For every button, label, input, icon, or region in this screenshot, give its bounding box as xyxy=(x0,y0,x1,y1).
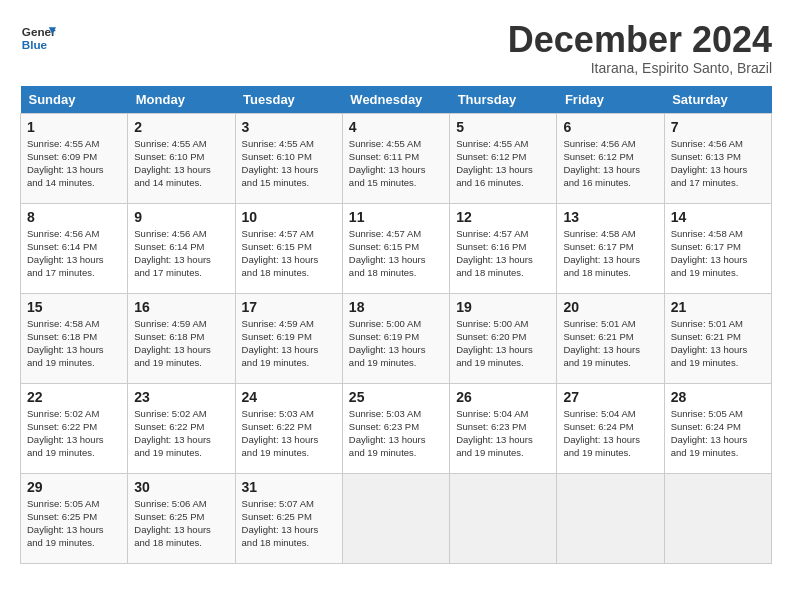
svg-text:Blue: Blue xyxy=(22,38,48,51)
day-number: 20 xyxy=(563,299,657,315)
day-info: Sunrise: 5:01 AM Sunset: 6:21 PM Dayligh… xyxy=(671,317,765,370)
day-number: 21 xyxy=(671,299,765,315)
day-cell: 14Sunrise: 4:58 AM Sunset: 6:17 PM Dayli… xyxy=(664,203,771,293)
day-cell: 22Sunrise: 5:02 AM Sunset: 6:22 PM Dayli… xyxy=(21,383,128,473)
day-cell: 25Sunrise: 5:03 AM Sunset: 6:23 PM Dayli… xyxy=(342,383,449,473)
day-number: 27 xyxy=(563,389,657,405)
day-header-thursday: Thursday xyxy=(450,86,557,114)
week-row-5: 29Sunrise: 5:05 AM Sunset: 6:25 PM Dayli… xyxy=(21,473,772,563)
day-info: Sunrise: 4:59 AM Sunset: 6:18 PM Dayligh… xyxy=(134,317,228,370)
day-number: 7 xyxy=(671,119,765,135)
day-info: Sunrise: 4:55 AM Sunset: 6:12 PM Dayligh… xyxy=(456,137,550,190)
day-number: 12 xyxy=(456,209,550,225)
day-cell: 3Sunrise: 4:55 AM Sunset: 6:10 PM Daylig… xyxy=(235,113,342,203)
day-cell: 9Sunrise: 4:56 AM Sunset: 6:14 PM Daylig… xyxy=(128,203,235,293)
day-header-wednesday: Wednesday xyxy=(342,86,449,114)
day-info: Sunrise: 4:55 AM Sunset: 6:10 PM Dayligh… xyxy=(134,137,228,190)
day-cell: 12Sunrise: 4:57 AM Sunset: 6:16 PM Dayli… xyxy=(450,203,557,293)
calendar-table: SundayMondayTuesdayWednesdayThursdayFrid… xyxy=(20,86,772,564)
day-header-saturday: Saturday xyxy=(664,86,771,114)
day-cell: 27Sunrise: 5:04 AM Sunset: 6:24 PM Dayli… xyxy=(557,383,664,473)
day-number: 14 xyxy=(671,209,765,225)
day-number: 15 xyxy=(27,299,121,315)
day-number: 1 xyxy=(27,119,121,135)
day-number: 17 xyxy=(242,299,336,315)
day-cell: 17Sunrise: 4:59 AM Sunset: 6:19 PM Dayli… xyxy=(235,293,342,383)
day-number: 19 xyxy=(456,299,550,315)
day-info: Sunrise: 5:03 AM Sunset: 6:23 PM Dayligh… xyxy=(349,407,443,460)
week-row-1: 1Sunrise: 4:55 AM Sunset: 6:09 PM Daylig… xyxy=(21,113,772,203)
day-info: Sunrise: 4:57 AM Sunset: 6:16 PM Dayligh… xyxy=(456,227,550,280)
day-header-tuesday: Tuesday xyxy=(235,86,342,114)
day-cell: 29Sunrise: 5:05 AM Sunset: 6:25 PM Dayli… xyxy=(21,473,128,563)
day-number: 5 xyxy=(456,119,550,135)
page-header: General Blue December 2024 Itarana, Espi… xyxy=(20,20,772,76)
day-number: 29 xyxy=(27,479,121,495)
day-number: 31 xyxy=(242,479,336,495)
logo-icon: General Blue xyxy=(20,20,56,56)
day-info: Sunrise: 4:58 AM Sunset: 6:17 PM Dayligh… xyxy=(671,227,765,280)
day-info: Sunrise: 5:02 AM Sunset: 6:22 PM Dayligh… xyxy=(27,407,121,460)
day-header-sunday: Sunday xyxy=(21,86,128,114)
day-number: 11 xyxy=(349,209,443,225)
day-number: 8 xyxy=(27,209,121,225)
day-cell: 10Sunrise: 4:57 AM Sunset: 6:15 PM Dayli… xyxy=(235,203,342,293)
day-info: Sunrise: 4:59 AM Sunset: 6:19 PM Dayligh… xyxy=(242,317,336,370)
day-number: 6 xyxy=(563,119,657,135)
day-info: Sunrise: 5:02 AM Sunset: 6:22 PM Dayligh… xyxy=(134,407,228,460)
day-number: 25 xyxy=(349,389,443,405)
day-info: Sunrise: 5:01 AM Sunset: 6:21 PM Dayligh… xyxy=(563,317,657,370)
day-info: Sunrise: 4:56 AM Sunset: 6:13 PM Dayligh… xyxy=(671,137,765,190)
day-info: Sunrise: 4:55 AM Sunset: 6:10 PM Dayligh… xyxy=(242,137,336,190)
day-number: 24 xyxy=(242,389,336,405)
day-number: 23 xyxy=(134,389,228,405)
day-cell: 19Sunrise: 5:00 AM Sunset: 6:20 PM Dayli… xyxy=(450,293,557,383)
day-cell: 11Sunrise: 4:57 AM Sunset: 6:15 PM Dayli… xyxy=(342,203,449,293)
logo: General Blue xyxy=(20,20,56,56)
day-info: Sunrise: 5:00 AM Sunset: 6:19 PM Dayligh… xyxy=(349,317,443,370)
day-info: Sunrise: 5:04 AM Sunset: 6:24 PM Dayligh… xyxy=(563,407,657,460)
week-row-4: 22Sunrise: 5:02 AM Sunset: 6:22 PM Dayli… xyxy=(21,383,772,473)
day-number: 13 xyxy=(563,209,657,225)
day-cell: 20Sunrise: 5:01 AM Sunset: 6:21 PM Dayli… xyxy=(557,293,664,383)
location: Itarana, Espirito Santo, Brazil xyxy=(508,60,772,76)
day-info: Sunrise: 5:07 AM Sunset: 6:25 PM Dayligh… xyxy=(242,497,336,550)
day-number: 10 xyxy=(242,209,336,225)
day-number: 30 xyxy=(134,479,228,495)
day-number: 22 xyxy=(27,389,121,405)
day-info: Sunrise: 5:03 AM Sunset: 6:22 PM Dayligh… xyxy=(242,407,336,460)
day-cell: 15Sunrise: 4:58 AM Sunset: 6:18 PM Dayli… xyxy=(21,293,128,383)
day-header-friday: Friday xyxy=(557,86,664,114)
day-cell: 6Sunrise: 4:56 AM Sunset: 6:12 PM Daylig… xyxy=(557,113,664,203)
day-info: Sunrise: 4:56 AM Sunset: 6:12 PM Dayligh… xyxy=(563,137,657,190)
day-cell: 26Sunrise: 5:04 AM Sunset: 6:23 PM Dayli… xyxy=(450,383,557,473)
day-cell xyxy=(664,473,771,563)
day-info: Sunrise: 4:57 AM Sunset: 6:15 PM Dayligh… xyxy=(242,227,336,280)
day-number: 28 xyxy=(671,389,765,405)
day-cell: 30Sunrise: 5:06 AM Sunset: 6:25 PM Dayli… xyxy=(128,473,235,563)
day-cell: 4Sunrise: 4:55 AM Sunset: 6:11 PM Daylig… xyxy=(342,113,449,203)
week-row-2: 8Sunrise: 4:56 AM Sunset: 6:14 PM Daylig… xyxy=(21,203,772,293)
day-cell xyxy=(557,473,664,563)
day-number: 3 xyxy=(242,119,336,135)
day-cell: 1Sunrise: 4:55 AM Sunset: 6:09 PM Daylig… xyxy=(21,113,128,203)
month-title: December 2024 xyxy=(508,20,772,60)
day-cell xyxy=(450,473,557,563)
header-row: SundayMondayTuesdayWednesdayThursdayFrid… xyxy=(21,86,772,114)
day-info: Sunrise: 4:55 AM Sunset: 6:11 PM Dayligh… xyxy=(349,137,443,190)
day-info: Sunrise: 4:56 AM Sunset: 6:14 PM Dayligh… xyxy=(134,227,228,280)
day-cell: 16Sunrise: 4:59 AM Sunset: 6:18 PM Dayli… xyxy=(128,293,235,383)
day-cell: 7Sunrise: 4:56 AM Sunset: 6:13 PM Daylig… xyxy=(664,113,771,203)
svg-text:General: General xyxy=(22,25,56,38)
day-cell: 13Sunrise: 4:58 AM Sunset: 6:17 PM Dayli… xyxy=(557,203,664,293)
day-cell: 8Sunrise: 4:56 AM Sunset: 6:14 PM Daylig… xyxy=(21,203,128,293)
day-cell: 18Sunrise: 5:00 AM Sunset: 6:19 PM Dayli… xyxy=(342,293,449,383)
day-cell: 2Sunrise: 4:55 AM Sunset: 6:10 PM Daylig… xyxy=(128,113,235,203)
day-info: Sunrise: 5:00 AM Sunset: 6:20 PM Dayligh… xyxy=(456,317,550,370)
title-block: December 2024 Itarana, Espirito Santo, B… xyxy=(508,20,772,76)
day-cell: 5Sunrise: 4:55 AM Sunset: 6:12 PM Daylig… xyxy=(450,113,557,203)
day-cell: 21Sunrise: 5:01 AM Sunset: 6:21 PM Dayli… xyxy=(664,293,771,383)
day-cell: 24Sunrise: 5:03 AM Sunset: 6:22 PM Dayli… xyxy=(235,383,342,473)
day-cell: 23Sunrise: 5:02 AM Sunset: 6:22 PM Dayli… xyxy=(128,383,235,473)
day-cell xyxy=(342,473,449,563)
